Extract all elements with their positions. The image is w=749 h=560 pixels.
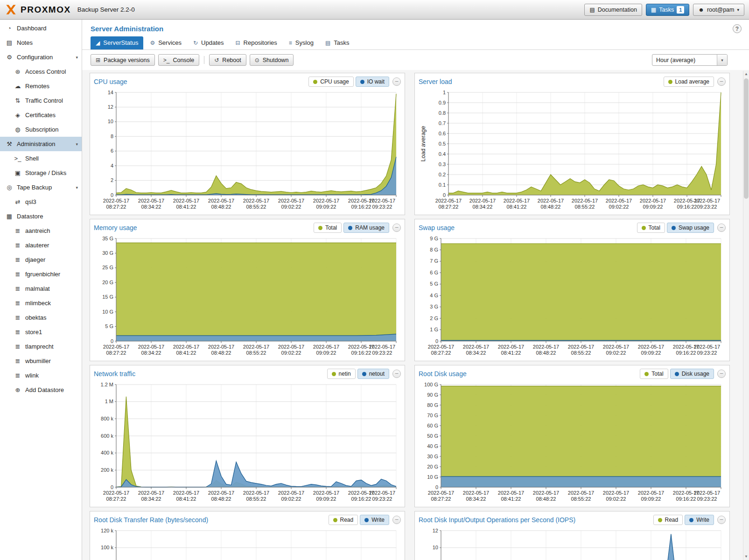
collapse-chart-button[interactable]: – xyxy=(392,77,401,86)
sidebar-item-tlamprecht[interactable]: ≣tlamprecht xyxy=(0,339,82,354)
sidebar-item-fgruenbichler[interactable]: ≣fgruenbichler xyxy=(0,267,82,281)
svg-text:09:09:22: 09:09:22 xyxy=(316,350,336,356)
legend-item-cpu-usage[interactable]: CPU usage xyxy=(308,77,353,87)
legend-item-ram-usage[interactable]: RAM usage xyxy=(343,223,389,233)
sidebar-item-add-datastore[interactable]: ⊕Add Datastore xyxy=(0,383,82,397)
sidebar-item-storage-disks[interactable]: ▣Storage / Disks xyxy=(0,166,82,180)
app-window: PROXMOX Backup Server 2.2-0 ▤ Documentat… xyxy=(0,0,749,560)
sidebar-item-tape-backup[interactable]: ◎Tape Backup▾ xyxy=(0,180,82,195)
package-versions-button[interactable]: ⊞Package versions xyxy=(91,54,155,66)
chart-panel-header: Root Disk Input/Output Operations per Se… xyxy=(419,513,726,527)
collapse-chart-button[interactable]: – xyxy=(717,77,726,86)
reboot-button[interactable]: ↺Reboot xyxy=(209,54,246,66)
sidebar-item-label: Access Control xyxy=(25,68,66,75)
sidebar-item-wbumiller[interactable]: ≣wbumiller xyxy=(0,354,82,368)
svg-text:0.8: 0.8 xyxy=(439,110,446,116)
legend-item-total[interactable]: Total xyxy=(640,369,668,379)
chevron-down-icon[interactable]: ▾ xyxy=(76,142,78,147)
svg-text:3 G: 3 G xyxy=(430,304,438,309)
svg-text:2022-05-17: 2022-05-17 xyxy=(278,344,304,350)
legend-item-disk-usage[interactable]: Disk usage xyxy=(670,369,714,379)
sidebar-item-wlink[interactable]: ≣wlink xyxy=(0,368,82,383)
tab-syslog[interactable]: ≡Syslog xyxy=(284,36,319,49)
svg-text:2022-05-17: 2022-05-17 xyxy=(243,344,269,350)
scroll-down-arrow[interactable]: ▼ xyxy=(743,553,749,560)
user-menu-button[interactable]: ☻ root@pam ▾ xyxy=(693,4,744,16)
sidebar-item-remotes[interactable]: ☁Remotes xyxy=(0,79,82,93)
sidebar-item-obektas[interactable]: ≣obektas xyxy=(0,310,82,325)
chart-panel-server-load: Server loadLoad average–00.10.20.30.40.5… xyxy=(414,73,730,215)
sidebar-item-shell[interactable]: >_Shell xyxy=(0,151,82,166)
collapse-chart-button[interactable]: – xyxy=(392,516,401,524)
svg-text:08:55:22: 08:55:22 xyxy=(571,496,591,502)
svg-text:08:55:22: 08:55:22 xyxy=(246,204,266,210)
collapse-chart-button[interactable]: – xyxy=(392,224,401,232)
sidebar-item-administration[interactable]: ⚒Administration▾ xyxy=(0,137,82,151)
legend-item-read[interactable]: Read xyxy=(653,515,683,525)
sidebar-item-traffic-control[interactable]: ⇅Traffic Control xyxy=(0,93,82,108)
svg-text:08:27:22: 08:27:22 xyxy=(106,496,126,502)
sidebar-item-djaeger[interactable]: ≣djaeger xyxy=(0,252,82,267)
sidebar-item-label: alauterer xyxy=(25,242,49,249)
sidebar-item-certificates[interactable]: ◈Certificates xyxy=(0,108,82,122)
legend-item-read[interactable]: Read xyxy=(329,515,358,525)
legend-item-write[interactable]: Write xyxy=(360,515,389,525)
administration-icon: ⚒ xyxy=(6,140,13,147)
tab-tasks[interactable]: ▤Tasks xyxy=(320,36,355,49)
brand-name: PROXMOX xyxy=(21,5,71,15)
help-icon[interactable]: ? xyxy=(733,24,742,33)
sidebar-item-malmalat[interactable]: ≣malmalat xyxy=(0,281,82,296)
tab-services[interactable]: ⚙Services xyxy=(145,36,187,49)
svg-text:2022-05-17: 2022-05-17 xyxy=(435,198,462,203)
svg-text:08:34:22: 08:34:22 xyxy=(466,350,486,356)
sidebar-item-notes[interactable]: ▤Notes xyxy=(0,35,82,50)
collapse-chart-button[interactable]: – xyxy=(717,516,726,524)
svg-text:09:02:22: 09:02:22 xyxy=(281,204,301,210)
collapse-chart-button[interactable]: – xyxy=(717,370,726,378)
sidebar-item-access-control[interactable]: ⊛Access Control xyxy=(0,64,82,79)
legend-item-total[interactable]: Total xyxy=(637,223,665,233)
sidebar-item-datastore[interactable]: ▦Datastore xyxy=(0,209,82,224)
tab-updates[interactable]: ↻Updates xyxy=(188,36,229,49)
vertical-scrollbar[interactable]: ▲ ▼ xyxy=(743,71,749,560)
sidebar-item-label: Traffic Control xyxy=(25,97,63,104)
sidebar-item-configuration[interactable]: ⚙Configuration▾ xyxy=(0,50,82,64)
legend-item-load-average[interactable]: Load average xyxy=(664,77,714,87)
svg-text:200 k: 200 k xyxy=(101,467,113,473)
legend-item-swap-usage[interactable]: Swap usage xyxy=(667,223,714,233)
svg-text:1: 1 xyxy=(443,90,446,95)
collapse-chart-button[interactable]: – xyxy=(392,370,401,378)
documentation-button[interactable]: ▤ Documentation xyxy=(584,4,642,16)
chevron-down-icon[interactable]: ▾ xyxy=(76,185,78,190)
collapse-chart-button[interactable]: – xyxy=(717,224,726,232)
svg-text:2022-05-17: 2022-05-17 xyxy=(606,198,632,203)
sidebar-item-dashboard[interactable]: ◔Dashboard xyxy=(0,21,82,35)
legend-item-total[interactable]: Total xyxy=(314,223,342,233)
scroll-up-arrow[interactable]: ▲ xyxy=(743,71,749,77)
shutdown-button[interactable]: ⊙Shutdown xyxy=(250,54,294,66)
sidebar-item-mlimbeck[interactable]: ≣mlimbeck xyxy=(0,296,82,310)
documentation-label: Documentation xyxy=(598,7,637,13)
tab-repositories[interactable]: ⊟Repositories xyxy=(231,36,282,49)
database-icon: ≣ xyxy=(14,242,21,249)
chevron-down-icon[interactable]: ▾ xyxy=(76,55,78,60)
legend-item-netin[interactable]: netin xyxy=(327,369,356,379)
toolbar-button-label: Shutdown xyxy=(263,57,289,63)
tasks-button[interactable]: ▦ Tasks 1 xyxy=(646,4,689,16)
tab-serverstatus[interactable]: ◢ServerStatus xyxy=(91,36,143,49)
sidebar-item-store1[interactable]: ≣store1 xyxy=(0,325,82,339)
sidebar-item-subscription[interactable]: ◍Subscription xyxy=(0,122,82,137)
svg-text:12: 12 xyxy=(108,104,113,110)
scrollbar-thumb[interactable] xyxy=(744,78,749,199)
book-icon: ▤ xyxy=(589,7,595,13)
legend-item-io-wait[interactable]: IO wait xyxy=(356,77,389,87)
time-range-select[interactable]: Hour (average)▾ xyxy=(652,54,728,66)
legend-item-write[interactable]: Write xyxy=(685,515,714,525)
legend-item-netout[interactable]: netout xyxy=(357,369,389,379)
sidebar-item-alauterer[interactable]: ≣alauterer xyxy=(0,238,82,252)
sidebar-item-aantreich[interactable]: ≣aantreich xyxy=(0,224,82,238)
console-button[interactable]: >_Console xyxy=(158,54,200,66)
legend-dot-icon xyxy=(313,80,317,84)
sidebar-item-qsl3[interactable]: ⇄qsl3 xyxy=(0,195,82,209)
chart-title: CPU usage xyxy=(94,78,308,85)
